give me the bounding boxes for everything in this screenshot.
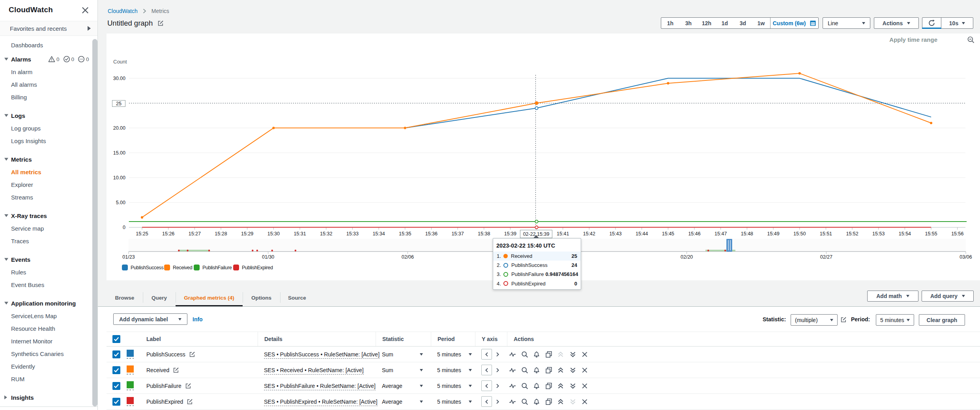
row-checkbox[interactable] — [112, 350, 120, 358]
add-query-button[interactable]: Add query — [922, 291, 974, 302]
section-collapse-icon[interactable] — [4, 214, 8, 217]
sidebar-item-all-alarms[interactable]: All alarms — [11, 81, 37, 88]
statistic-dropdown[interactable]: Average — [382, 383, 423, 389]
metric-details-link[interactable]: SES • PublishSuccess • RuleSetName: [Act… — [264, 351, 380, 359]
legend-item[interactable]: PublishFailure — [194, 265, 232, 270]
clear-graph-button[interactable]: Clear graph — [919, 314, 965, 326]
sidebar-item-rum[interactable]: RUM — [11, 376, 24, 382]
edit-label-icon[interactable] — [189, 351, 195, 358]
period-select[interactable]: 5 minutes — [876, 314, 914, 326]
color-picker-button[interactable] — [127, 397, 134, 406]
legend-item[interactable]: Received — [164, 265, 192, 270]
move-up-icon[interactable] — [557, 367, 564, 374]
section-expand-icon[interactable] — [4, 395, 7, 399]
sidebar-item-dashboards[interactable]: Dashboards — [11, 42, 43, 48]
tab-query[interactable]: Query — [143, 290, 176, 306]
y-axis-left-button[interactable] — [481, 380, 492, 391]
move-down-icon[interactable] — [569, 382, 576, 390]
sidebar-item-billing[interactable]: Billing — [11, 94, 27, 101]
range-12h-button[interactable]: 12h — [698, 18, 716, 28]
y-axis-left-button[interactable] — [481, 349, 492, 360]
remove-icon[interactable] — [581, 382, 588, 390]
search-icon[interactable] — [521, 382, 528, 390]
sidebar-scrollbar[interactable] — [92, 39, 97, 406]
duplicate-icon[interactable] — [545, 382, 552, 390]
pulse-icon[interactable] — [509, 398, 516, 405]
sidebar-section-logs[interactable]: Logs — [11, 112, 25, 119]
period-dropdown[interactable]: 5 minutes — [437, 383, 472, 389]
metric-details-link[interactable]: SES • Received • RuleSetName: [Active] — [264, 367, 364, 375]
warning-triangle-icon[interactable] — [48, 56, 55, 63]
sidebar-item-streams[interactable]: Streams — [11, 194, 33, 201]
edit-label-icon[interactable] — [185, 383, 191, 389]
range-3h-button[interactable]: 3h — [679, 18, 698, 28]
section-collapse-icon[interactable] — [4, 158, 8, 161]
alarm-count-inalarm[interactable]: 0 — [56, 56, 60, 62]
period-dropdown[interactable]: 5 minutes — [437, 351, 472, 358]
sidebar-section-application-monitoring[interactable]: Application monitoring — [11, 300, 76, 307]
sidebar-section-insights[interactable]: Insights — [11, 394, 34, 401]
bell-icon[interactable] — [533, 351, 540, 358]
edit-label-icon[interactable] — [187, 399, 193, 405]
sidebar-item-service-map[interactable]: Service map — [11, 225, 44, 232]
sidebar-item-logs-insights[interactable]: Logs Insights — [11, 138, 46, 144]
metric-details-link[interactable]: SES • PublishExpired • RuleSetName: [Act… — [264, 399, 378, 406]
ellipsis-circle-icon[interactable] — [78, 56, 85, 63]
sidebar-item-favorites[interactable]: Favorites and recents — [0, 21, 97, 35]
close-sidebar-icon[interactable] — [81, 6, 90, 15]
sidebar-item-rules[interactable]: Rules — [11, 269, 26, 276]
statistic-dropdown[interactable]: Average — [382, 399, 423, 405]
row-checkbox[interactable] — [112, 382, 120, 390]
remove-icon[interactable] — [581, 367, 588, 374]
color-picker-button[interactable] — [127, 350, 134, 359]
chevron-right-icon[interactable] — [495, 367, 500, 373]
refresh-interval-select[interactable]: 10s — [941, 20, 973, 26]
statistic-dropdown[interactable]: Sum — [382, 351, 423, 358]
chevron-right-icon[interactable] — [495, 352, 500, 357]
sidebar-item-event-buses[interactable]: Event Buses — [11, 281, 44, 288]
search-icon[interactable] — [521, 398, 528, 405]
row-checkbox[interactable] — [112, 398, 120, 406]
color-picker-button[interactable] — [127, 381, 134, 390]
range-1w-button[interactable]: 1w — [752, 18, 770, 28]
edit-title-icon[interactable] — [157, 20, 164, 26]
remove-icon[interactable] — [581, 398, 588, 405]
add-math-button[interactable]: Add math — [867, 291, 918, 302]
bell-icon[interactable] — [533, 398, 540, 405]
sidebar-section-xray-traces[interactable]: X-Ray traces — [11, 212, 47, 219]
sidebar-item-resource-health[interactable]: Resource Health — [11, 325, 55, 332]
period-dropdown[interactable]: 5 minutes — [437, 399, 472, 405]
search-icon[interactable] — [521, 367, 528, 374]
pulse-icon[interactable] — [509, 351, 516, 358]
tab-browse[interactable]: Browse — [107, 290, 143, 306]
pulse-icon[interactable] — [509, 367, 516, 374]
move-down-icon[interactable] — [569, 351, 576, 358]
sidebar-section-alarms[interactable]: Alarms — [11, 56, 31, 63]
period-dropdown[interactable]: 5 minutes — [437, 367, 472, 373]
chevron-right-icon[interactable] — [495, 383, 500, 389]
range-3d-button[interactable]: 3d — [734, 18, 752, 28]
color-picker-button[interactable] — [127, 365, 134, 375]
move-down-icon[interactable] — [569, 367, 576, 374]
move-up-icon[interactable] — [557, 382, 564, 390]
chart-type-select[interactable]: Line — [823, 17, 870, 29]
sidebar-item-servicelens-map[interactable]: ServiceLens Map — [11, 313, 57, 319]
move-down-icon[interactable] — [569, 398, 576, 405]
duplicate-icon[interactable] — [545, 351, 552, 358]
info-link[interactable]: Info — [193, 316, 203, 322]
search-icon[interactable] — [521, 351, 528, 358]
sidebar-item-traces[interactable]: Traces — [11, 238, 29, 244]
tab-options[interactable]: Options — [243, 290, 280, 306]
breadcrumb-cloudwatch[interactable]: CloudWatch — [108, 8, 138, 14]
tab-source[interactable]: Source — [280, 290, 314, 306]
tab-graphed-metrics[interactable]: Graphed metrics (4) — [176, 290, 243, 306]
sidebar-item-explorer[interactable]: Explorer — [11, 181, 33, 188]
check-circle-icon[interactable] — [63, 56, 70, 63]
sidebar-item-in-alarm[interactable]: In alarm — [11, 69, 32, 75]
section-collapse-icon[interactable] — [4, 258, 8, 261]
remove-icon[interactable] — [581, 351, 588, 358]
sidebar-section-metrics[interactable]: Metrics — [11, 156, 32, 163]
alarm-count-insufficient[interactable]: 0 — [86, 56, 89, 62]
pulse-icon[interactable] — [509, 382, 516, 390]
sidebar-item-evidently[interactable]: Evidently — [11, 363, 35, 370]
